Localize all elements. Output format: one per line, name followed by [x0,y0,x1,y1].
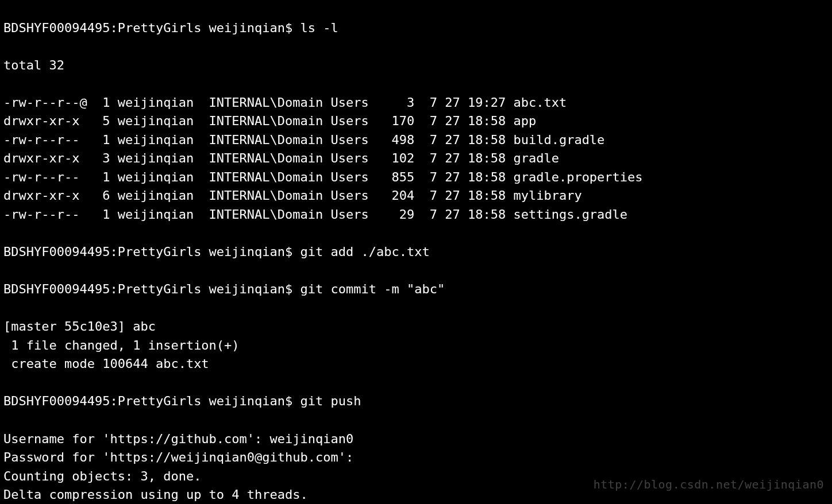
shell-prompt: BDSHYF00094495:PrettyGirls weijinqian$ [3,282,301,296]
shell-prompt: BDSHYF00094495:PrettyGirls weijinqian$ [3,394,301,408]
prompt-line: BDSHYF00094495:PrettyGirls weijinqian$ g… [3,280,829,299]
push-output-line: Counting objects: 3, done. [3,467,829,486]
command-text: git add ./abc.txt [301,245,430,259]
terminal-output[interactable]: BDSHYF00094495:PrettyGirls weijinqian$ l… [0,0,832,504]
ls-row: drwxr-xr-x 6 weijinqian INTERNAL\Domain … [3,187,829,206]
ls-row: drwxr-xr-x 5 weijinqian INTERNAL\Domain … [3,112,829,131]
command-text: git push [301,394,361,408]
push-output-line: Delta compression using up to 4 threads. [3,486,829,504]
ls-row: -rw-r--r--@ 1 weijinqian INTERNAL\Domain… [3,94,829,113]
ls-total-line: total 32 [3,56,829,75]
push-output-line: Password for 'https://weijinqian0@github… [3,448,829,467]
prompt-line: BDSHYF00094495:PrettyGirls weijinqian$ g… [3,392,829,411]
prompt-line: BDSHYF00094495:PrettyGirls weijinqian$ g… [3,243,829,262]
push-output-line: Username for 'https://github.com': weiji… [3,430,829,449]
shell-prompt: BDSHYF00094495:PrettyGirls weijinqian$ [3,21,301,35]
ls-row: drwxr-xr-x 3 weijinqian INTERNAL\Domain … [3,149,829,168]
command-text: ls -l [301,21,338,35]
ls-row: -rw-r--r-- 1 weijinqian INTERNAL\Domain … [3,131,829,150]
shell-prompt: BDSHYF00094495:PrettyGirls weijinqian$ [3,245,301,259]
commit-output-line: 1 file changed, 1 insertion(+) [3,336,829,355]
commit-output-line: create mode 100644 abc.txt [3,355,829,374]
commit-output-line: [master 55c10e3] abc [3,317,829,336]
prompt-line: BDSHYF00094495:PrettyGirls weijinqian$ l… [3,19,829,38]
ls-row: -rw-r--r-- 1 weijinqian INTERNAL\Domain … [3,206,829,224]
ls-row: -rw-r--r-- 1 weijinqian INTERNAL\Domain … [3,168,829,187]
command-text: git commit -m "abc" [301,282,445,296]
